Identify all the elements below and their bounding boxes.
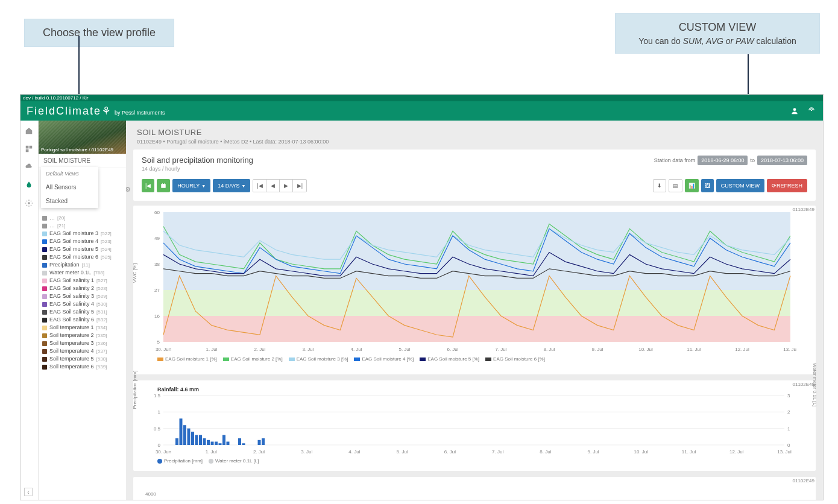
svg-text:30. Jun: 30. Jun [156,347,171,352]
home-icon[interactable] [25,127,34,136]
download-button[interactable]: ⬇ [653,179,666,192]
svg-rect-3 [29,146,32,149]
svg-text:2. Jul: 2. Jul [254,347,265,352]
svg-text:1. Jul: 1. Jul [206,347,217,352]
sensor-row[interactable]: Soil temperature 5 [538] [42,355,122,363]
chart-precipitation: 01102E49 Rainfall: 4.6 mm Precipitation … [133,380,816,471]
svg-text:16: 16 [154,313,160,319]
svg-rect-60 [183,425,186,445]
svg-text:3. Jul: 3. Jul [302,347,313,352]
sensor-row[interactable]: Soil temperature 2 [535] [42,332,122,339]
sensor-row[interactable]: EAG Soil moisture 4 [523] [42,238,122,245]
sensor-row[interactable]: EAG Soil moisture 3 [522] [42,230,122,238]
chart-view-button[interactable]: 📊 [685,179,699,192]
toolbar: |◀ HOURLY▼ 14 DAYS▼ |◀ ◀ ▶ ▶| ⬇ ▤ [142,179,807,192]
svg-text:6. Jul: 6. Jul [444,449,456,455]
svg-text:7. Jul: 7. Jul [492,449,503,455]
svg-rect-74 [258,440,261,445]
sensor-row[interactable]: EAG Soil salinity 3 [529] [42,292,122,300]
svg-text:1. Jul: 1. Jul [206,449,217,455]
pager-next[interactable]: ▶ [280,180,293,192]
soil-icon[interactable] [25,181,34,191]
pager-first[interactable]: |◀ [253,180,266,192]
sensor-row[interactable]: Precipitation [11] [42,261,122,269]
sensor-row[interactable]: Soil temperature 1 [534] [42,324,122,332]
panel-header: Soil and precipitation monitoring 14 day… [133,150,816,201]
sensor-row[interactable]: … [21] [42,222,122,230]
broadcast-icon[interactable] [806,106,817,116]
svg-rect-70 [222,435,225,445]
view-profile-popup: Default Views All Sensors Stacked [41,167,98,208]
svg-rect-65 [203,438,206,445]
rainfall-tooltip: Rainfall: 4.6 mm [157,386,811,392]
settings-icon[interactable] [25,199,34,209]
svg-text:10. Jul: 10. Jul [638,347,653,352]
sensor-row[interactable]: EAG Soil salinity 5 [531] [42,308,122,316]
svg-rect-59 [180,418,183,445]
date-to-chip[interactable]: 2018-07-13 06:00 [757,156,807,165]
svg-text:3. Jul: 3. Jul [301,449,312,455]
svg-rect-10 [163,290,790,316]
date-from-chip[interactable]: 2018-06-29 06:00 [698,156,748,165]
pager: |◀ ◀ ▶ ▶| [253,179,307,192]
resolution-button[interactable]: HOURLY▼ [172,179,210,192]
svg-text:27: 27 [154,288,160,293]
callout-custom-view: CUSTOM VIEW You can do SUM, AVG or PAW c… [615,13,820,54]
sensor-row[interactable]: EAG Soil salinity 1 [527] [42,277,122,285]
sensor-row[interactable]: Soil temperature 3 [536] [42,339,122,347]
refresh-button[interactable]: ⟳ REFRESH [767,179,807,192]
cloud-icon[interactable] [25,163,34,172]
svg-text:6. Jul: 6. Jul [447,347,458,352]
sensor-row[interactable]: EAG Soil moisture 6 [525] [42,253,122,261]
custom-view-button[interactable]: CUSTOM VIEW [716,179,764,192]
sensor-row[interactable]: EAG Soil salinity 2 [528] [42,285,122,292]
station-panel: Portugal soil moisture / 01102E49 SOIL M… [39,121,126,500]
svg-text:1.5: 1.5 [154,393,161,398]
table-view-button[interactable]: ▤ [669,179,682,192]
svg-text:5: 5 [157,339,160,345]
svg-point-1 [811,110,811,110]
user-icon[interactable] [789,106,800,116]
image-view-button[interactable]: 🖼 [701,179,714,192]
menu-all-sensors[interactable]: All Sensors [41,180,98,194]
svg-text:49: 49 [154,236,160,241]
page-title: SOIL MOISTURE [137,128,812,137]
collapse-sidebar-button[interactable]: ‹ [24,488,33,496]
pager-prev[interactable]: ◀ [266,180,280,192]
svg-text:12. Jul: 12. Jul [735,347,749,352]
callout-view-profile: Choose the view profile [24,19,174,47]
gear-icon[interactable]: ⚙ [126,186,131,194]
svg-text:2: 2 [787,409,790,415]
pager-last[interactable]: ▶| [293,180,306,192]
svg-rect-4 [25,150,28,153]
svg-point-5 [28,202,30,204]
first-page-button[interactable]: |◀ [142,179,154,192]
svg-rect-7 [162,183,163,184]
svg-text:8. Jul: 8. Jul [543,347,555,352]
svg-text:0: 0 [158,443,161,448]
svg-text:60: 60 [154,210,160,215]
svg-text:9. Jul: 9. Jul [588,449,599,455]
calendar-button[interactable] [157,179,170,192]
sensor-row[interactable]: … [20] [42,214,122,222]
sensor-row[interactable]: Water meter 0.1L [768] [42,269,122,277]
svg-rect-73 [242,443,245,445]
menu-stacked[interactable]: Stacked [41,194,98,208]
menu-default-views[interactable]: Default Views [41,167,98,180]
svg-text:9. Jul: 9. Jul [591,347,603,352]
sensor-list: … [20]… [21]EAG Soil moisture 3 [522]EAG… [39,212,126,373]
sensor-row[interactable]: EAG Soil moisture 5 [524] [42,245,122,253]
sensor-row[interactable]: Soil temperature 6 [539] [42,363,122,371]
range-button[interactable]: 14 DAYS▼ [213,179,250,192]
dashboard-icon[interactable] [25,145,34,154]
main-area: SOIL MOISTURE 01102E49 • Portugal soil m… [126,121,823,500]
sensor-row[interactable]: Soil temperature 4 [537] [42,347,122,355]
svg-text:0: 0 [787,443,790,448]
sensor-row[interactable]: EAG Soil salinity 6 [532] [42,316,122,324]
svg-text:5. Jul: 5. Jul [399,347,410,352]
svg-text:1: 1 [158,409,161,415]
svg-point-0 [793,108,796,111]
svg-text:1: 1 [787,426,790,432]
svg-rect-66 [207,440,210,445]
sensor-row[interactable]: EAG Soil salinity 4 [530] [42,300,122,308]
